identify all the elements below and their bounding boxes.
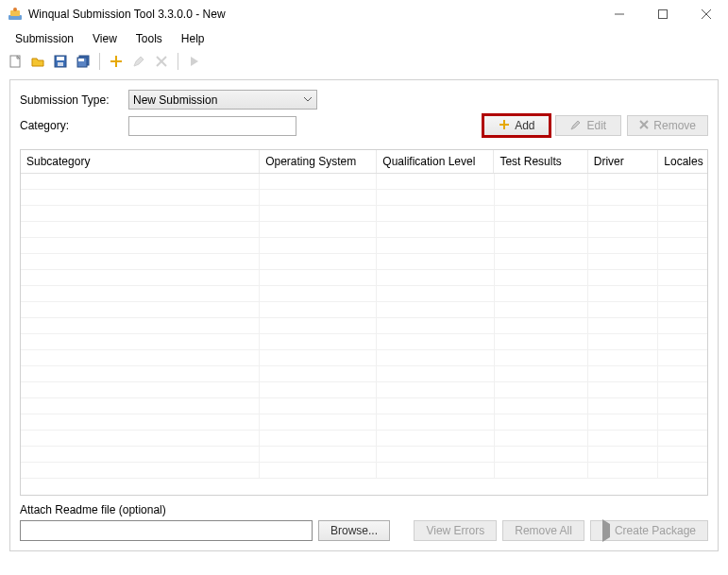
table-row: [21, 206, 707, 222]
content-panel: Submission Type: New Submission Category…: [9, 79, 719, 551]
maximize-button[interactable]: [641, 0, 685, 28]
table-row: [21, 414, 707, 431]
plus-icon: [499, 119, 510, 133]
play-icon: [602, 524, 610, 537]
table-row: [21, 334, 707, 350]
menubar: Submission View Tools Help: [0, 28, 728, 49]
grid-header: Subcategory Operating System Qualificati…: [21, 150, 707, 174]
table-row: [21, 350, 707, 366]
edit-icon: [129, 52, 148, 71]
category-input[interactable]: [128, 116, 296, 136]
table-row: [21, 302, 707, 318]
add-label: Add: [515, 119, 534, 132]
category-label: Category:: [20, 119, 128, 132]
submission-type-value: New Submission: [133, 93, 217, 107]
table-row: [21, 174, 707, 190]
view-errors-label: View Errors: [426, 524, 484, 537]
toolbar: [0, 49, 728, 74]
remove-all-label: Remove All: [515, 524, 572, 537]
create-package-button: Create Package: [590, 520, 708, 541]
col-test-results[interactable]: Test Results: [494, 150, 587, 173]
open-icon[interactable]: [28, 52, 47, 71]
table-row: [21, 431, 707, 447]
delete-icon: [152, 52, 171, 71]
chevron-down-icon: [303, 93, 313, 107]
browse-button[interactable]: Browse...: [318, 520, 390, 541]
attach-readme-label: Attach Readme file (optional): [20, 503, 708, 516]
new-icon[interactable]: [6, 52, 25, 71]
browse-label: Browse...: [330, 524, 378, 537]
save-icon[interactable]: [51, 52, 70, 71]
svg-rect-14: [78, 59, 84, 61]
remove-all-button: Remove All: [502, 520, 584, 541]
svg-rect-4: [659, 10, 668, 19]
app-icon: [8, 7, 23, 22]
table-row: [21, 447, 707, 463]
add-button[interactable]: Add: [483, 115, 550, 136]
table-row: [21, 398, 707, 414]
submission-type-select[interactable]: New Submission: [128, 90, 317, 110]
window-title: Winqual Submission Tool 3.3.0.0 - New: [28, 8, 598, 21]
grid-body: [21, 174, 707, 495]
table-row: [21, 286, 707, 302]
run-icon: [185, 52, 204, 71]
add-icon[interactable]: [107, 52, 126, 71]
edit-label: Edit: [586, 119, 606, 132]
menu-help[interactable]: Help: [172, 30, 214, 47]
table-row: [21, 382, 707, 398]
create-package-label: Create Package: [615, 524, 696, 537]
col-driver[interactable]: Driver: [588, 150, 659, 173]
close-button[interactable]: [685, 0, 728, 28]
submission-type-label: Submission Type:: [20, 93, 128, 107]
table-row: [21, 366, 707, 382]
remove-button: Remove: [627, 115, 708, 136]
remove-label: Remove: [653, 119, 696, 132]
pencil-icon: [570, 119, 582, 133]
table-row: [21, 463, 707, 479]
view-errors-button: View Errors: [414, 520, 497, 541]
minimize-button[interactable]: [598, 0, 641, 28]
save-all-icon[interactable]: [74, 52, 93, 71]
table-row: [21, 254, 707, 270]
x-icon: [639, 119, 649, 132]
table-row: [21, 318, 707, 334]
col-locales[interactable]: Locales: [658, 150, 707, 173]
data-grid[interactable]: Subcategory Operating System Qualificati…: [20, 149, 708, 496]
col-qualification[interactable]: Qualification Level: [377, 150, 494, 173]
table-row: [21, 270, 707, 286]
menu-view[interactable]: View: [83, 30, 127, 47]
table-row: [21, 190, 707, 206]
readme-path-input[interactable]: [20, 520, 313, 541]
edit-button: Edit: [555, 115, 621, 136]
svg-rect-11: [58, 62, 63, 66]
svg-point-2: [13, 8, 17, 11]
menu-submission[interactable]: Submission: [6, 30, 83, 47]
col-subcategory[interactable]: Subcategory: [21, 150, 260, 173]
menu-tools[interactable]: Tools: [127, 30, 172, 47]
svg-rect-10: [57, 57, 64, 60]
titlebar: Winqual Submission Tool 3.3.0.0 - New: [0, 0, 728, 28]
col-os[interactable]: Operating System: [260, 150, 377, 173]
table-row: [21, 222, 707, 238]
table-row: [21, 238, 707, 254]
